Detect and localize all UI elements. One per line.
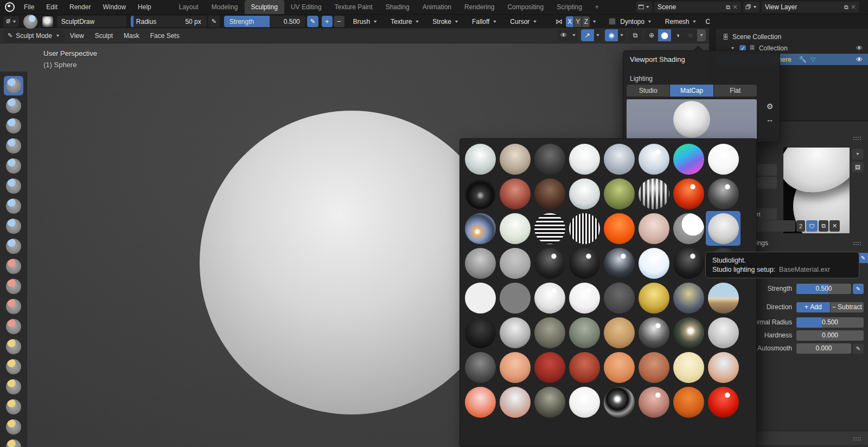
matcap-swatch-47[interactable] bbox=[671, 315, 706, 350]
direction-subtract-button[interactable]: − Subtract bbox=[831, 302, 864, 312]
close-icon[interactable]: ✕ bbox=[732, 3, 738, 11]
matcap-swatch-19[interactable] bbox=[532, 211, 567, 246]
normal-radius-slider[interactable]: 0.500 bbox=[796, 317, 864, 328]
matcap-swatch-2[interactable] bbox=[497, 142, 532, 176]
mesh-data-icon[interactable]: ▽ bbox=[810, 56, 815, 63]
tool-pose[interactable] bbox=[4, 417, 23, 437]
view-layer-browse-button[interactable]: 🗇▼ bbox=[743, 2, 760, 12]
matcap-swatch-11[interactable] bbox=[532, 176, 567, 211]
matcap-swatch-43[interactable] bbox=[532, 315, 567, 350]
matcap-swatch-28[interactable] bbox=[567, 246, 602, 280]
radius-slider[interactable]: Radius 50 px bbox=[131, 16, 207, 27]
eye-icon[interactable]: 👁 bbox=[856, 44, 863, 52]
workspace-tab-scripting[interactable]: Scripting bbox=[550, 0, 589, 14]
menu-window[interactable]: Window bbox=[97, 0, 132, 14]
matcap-swatch-8[interactable] bbox=[706, 142, 741, 176]
matcap-swatch-7[interactable] bbox=[671, 142, 706, 176]
matcap-swatch-44[interactable] bbox=[567, 315, 602, 350]
dropdown-falloff[interactable]: Falloff▼ bbox=[468, 16, 501, 27]
matcap-swatch-6[interactable] bbox=[636, 142, 671, 176]
autosmooth-slider[interactable]: 0.000 bbox=[796, 343, 851, 354]
xray-toggle[interactable]: ⧉ bbox=[629, 29, 642, 41]
dropdown-cursor[interactable]: Cursor▼ bbox=[506, 16, 541, 27]
workspace-tab-animation[interactable]: Animation bbox=[416, 0, 458, 14]
scene-name-field[interactable]: Scene ⧉✕ bbox=[654, 2, 741, 12]
panel-grip-icon[interactable] bbox=[853, 437, 861, 440]
menu-help[interactable]: Help bbox=[132, 0, 157, 14]
shading-options-chevron[interactable]: ▼ bbox=[697, 29, 706, 41]
tool-scrape[interactable] bbox=[4, 297, 23, 316]
brush-list-button[interactable] bbox=[757, 177, 777, 189]
matcap-swatch-36[interactable] bbox=[567, 280, 602, 315]
matcap-swatch-26[interactable] bbox=[497, 246, 532, 280]
tool-nudge[interactable] bbox=[4, 437, 23, 447]
workspace-tab-uv-editing[interactable]: UV Editing bbox=[284, 0, 328, 14]
users-count-button[interactable]: 2 bbox=[796, 220, 805, 232]
editor-type-button[interactable]: ⚙̸▼ bbox=[3, 16, 19, 27]
workspace-tab-layout[interactable]: Layout bbox=[173, 0, 205, 14]
blender-logo-icon[interactable] bbox=[5, 2, 15, 12]
dyntopo-dropdown[interactable]: Dyntopo▼ bbox=[616, 16, 656, 27]
tool-multiplane-scrape[interactable] bbox=[4, 317, 23, 336]
tool-clay-thumb[interactable] bbox=[4, 156, 23, 176]
matcap-swatch-42[interactable] bbox=[497, 315, 532, 350]
matcap-swatch-52[interactable] bbox=[567, 350, 602, 385]
modifier-wrench-icon[interactable]: 🔧 bbox=[799, 56, 807, 63]
matcap-swatch-13[interactable] bbox=[602, 176, 636, 211]
menu-edit[interactable]: Edit bbox=[40, 0, 63, 14]
matcap-swatch-56[interactable] bbox=[706, 350, 741, 385]
matcap-swatch-20[interactable] bbox=[567, 211, 602, 246]
matcap-swatch-55[interactable] bbox=[671, 350, 706, 385]
workspace-tab-+[interactable]: + bbox=[589, 0, 605, 14]
matcap-swatch-51[interactable] bbox=[532, 350, 567, 385]
expand-arrow-icon[interactable]: ▼ bbox=[730, 46, 735, 50]
tool-crease[interactable] bbox=[4, 237, 23, 256]
fake-user-shield-button[interactable]: 🛡 bbox=[806, 220, 818, 232]
matcap-swatch-4[interactable] bbox=[567, 142, 602, 176]
preview-image-button[interactable]: 🖼 bbox=[852, 162, 864, 173]
matcap-swatch-39[interactable] bbox=[671, 280, 706, 315]
matcap-swatch-31[interactable] bbox=[671, 246, 706, 280]
overlays-toggle[interactable]: ◉ bbox=[605, 29, 618, 41]
viewport-menu-view[interactable]: View bbox=[65, 32, 90, 40]
matcap-swatch-50[interactable] bbox=[497, 350, 532, 385]
workspace-tab-rendering[interactable]: Rendering bbox=[458, 0, 501, 14]
matcap-preview[interactable] bbox=[627, 99, 757, 139]
lighting-tab-flat[interactable]: Flat bbox=[714, 85, 757, 97]
brush-texture-thumbnail[interactable] bbox=[42, 16, 54, 28]
matcap-swatch-54[interactable] bbox=[636, 350, 671, 385]
menu-render[interactable]: Render bbox=[63, 0, 97, 14]
matcap-swatch-5[interactable] bbox=[602, 142, 636, 176]
shading-wireframe-button[interactable]: ⊕ bbox=[645, 29, 658, 41]
symmetry-z-toggle[interactable]: Z bbox=[582, 16, 590, 27]
new-layer-icon[interactable]: ⧉ bbox=[844, 4, 848, 11]
workspace-tab-shading[interactable]: Shading bbox=[379, 0, 416, 14]
tool-flatten[interactable] bbox=[4, 277, 23, 296]
matcap-swatch-22[interactable] bbox=[636, 211, 671, 246]
chevron-down-icon[interactable]: ▼ bbox=[594, 29, 602, 41]
shading-material-button[interactable]: ◑ bbox=[671, 29, 684, 41]
matcap-swatch-64[interactable] bbox=[706, 385, 741, 419]
matcap-swatch-10[interactable] bbox=[497, 176, 532, 211]
dropdown-brush[interactable]: Brush▼ bbox=[349, 16, 382, 27]
lighting-tab-studio[interactable]: Studio bbox=[627, 85, 669, 97]
direction-add-button[interactable]: + Add bbox=[796, 302, 830, 312]
viewport-menu-mask[interactable]: Mask bbox=[118, 32, 145, 40]
duplicate-icon[interactable]: ⧉ bbox=[819, 220, 828, 232]
brush-name-field[interactable]: SculptDraw bbox=[57, 16, 126, 27]
tool-inflate[interactable] bbox=[4, 196, 23, 216]
matcap-swatch-45[interactable] bbox=[602, 315, 636, 350]
matcap-swatch-48[interactable] bbox=[706, 315, 741, 350]
options-dropdown-clipped[interactable]: O bbox=[701, 16, 710, 27]
tool-clay[interactable] bbox=[4, 116, 23, 136]
workspace-tab-modeling[interactable]: Modeling bbox=[205, 0, 245, 14]
view-layer-field[interactable]: View Layer ⧉✕ bbox=[762, 2, 859, 12]
unlink-x-button[interactable]: ✕ bbox=[829, 220, 840, 232]
remesh-dropdown[interactable]: Remesh▼ bbox=[661, 16, 701, 27]
matcap-swatch-40[interactable] bbox=[706, 280, 741, 315]
matcap-swatch-21[interactable] bbox=[602, 211, 636, 246]
matcap-swatch-57[interactable] bbox=[463, 385, 497, 419]
panel-grip-icon[interactable] bbox=[853, 241, 861, 245]
matcap-swatch-16[interactable] bbox=[706, 176, 741, 211]
panel-grip-icon[interactable] bbox=[853, 136, 861, 140]
